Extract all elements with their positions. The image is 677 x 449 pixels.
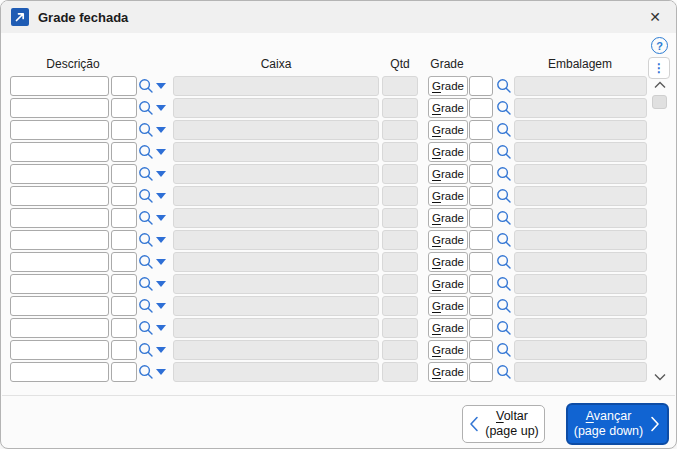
help-icon[interactable]: ? <box>651 37 668 54</box>
search-icon[interactable] <box>496 144 512 160</box>
grade-button[interactable]: Grade <box>428 318 468 338</box>
descricao-input[interactable] <box>10 186 109 206</box>
search-icon[interactable] <box>496 166 512 182</box>
search-icon[interactable] <box>138 78 154 94</box>
grade-code-input[interactable] <box>469 230 493 250</box>
chevron-down-icon[interactable] <box>156 171 166 177</box>
descricao-input[interactable] <box>10 296 109 316</box>
search-icon[interactable] <box>138 122 154 138</box>
chevron-down-icon[interactable] <box>156 237 166 243</box>
search-icon[interactable] <box>496 364 512 380</box>
search-icon[interactable] <box>138 298 154 314</box>
grade-code-input[interactable] <box>469 208 493 228</box>
descricao-input[interactable] <box>10 274 109 294</box>
search-icon[interactable] <box>496 232 512 248</box>
search-icon[interactable] <box>496 210 512 226</box>
search-icon[interactable] <box>138 364 154 380</box>
search-icon[interactable] <box>496 254 512 270</box>
descricao-code-input[interactable] <box>111 164 137 184</box>
descricao-input[interactable] <box>10 252 109 272</box>
descricao-input[interactable] <box>10 76 109 96</box>
voltar-button[interactable]: Voltar (page up) <box>462 405 545 443</box>
descricao-code-input[interactable] <box>111 98 137 118</box>
grade-button[interactable]: Grade <box>428 208 468 228</box>
descricao-input[interactable] <box>10 164 109 184</box>
descricao-code-input[interactable] <box>111 252 137 272</box>
grade-button[interactable]: Grade <box>428 362 468 382</box>
chevron-down-icon[interactable] <box>156 105 166 111</box>
descricao-code-input[interactable] <box>111 208 137 228</box>
search-icon[interactable] <box>138 254 154 270</box>
grade-code-input[interactable] <box>469 164 493 184</box>
descricao-code-input[interactable] <box>111 362 137 382</box>
search-icon[interactable] <box>496 342 512 358</box>
grade-code-input[interactable] <box>469 186 493 206</box>
descricao-input[interactable] <box>10 362 109 382</box>
descricao-code-input[interactable] <box>111 318 137 338</box>
grade-code-input[interactable] <box>469 76 493 96</box>
scroll-up-icon[interactable] <box>652 78 668 92</box>
search-icon[interactable] <box>138 210 154 226</box>
descricao-input[interactable] <box>10 120 109 140</box>
chevron-down-icon[interactable] <box>156 215 166 221</box>
grade-code-input[interactable] <box>469 252 493 272</box>
chevron-down-icon[interactable] <box>156 347 166 353</box>
chevron-down-icon[interactable] <box>156 325 166 331</box>
grade-button[interactable]: Grade <box>428 186 468 206</box>
grade-button[interactable]: Grade <box>428 120 468 140</box>
descricao-input[interactable] <box>10 142 109 162</box>
search-icon[interactable] <box>138 188 154 204</box>
grade-code-input[interactable] <box>469 142 493 162</box>
close-icon[interactable]: ✕ <box>642 4 668 30</box>
descricao-code-input[interactable] <box>111 186 137 206</box>
search-icon[interactable] <box>138 276 154 292</box>
search-icon[interactable] <box>496 298 512 314</box>
search-icon[interactable] <box>496 276 512 292</box>
descricao-input[interactable] <box>10 230 109 250</box>
grade-button[interactable]: Grade <box>428 76 468 96</box>
scroll-down-icon[interactable] <box>652 370 668 384</box>
chevron-down-icon[interactable] <box>156 281 166 287</box>
chevron-down-icon[interactable] <box>156 303 166 309</box>
search-icon[interactable] <box>496 320 512 336</box>
descricao-code-input[interactable] <box>111 76 137 96</box>
search-icon[interactable] <box>496 188 512 204</box>
descricao-code-input[interactable] <box>111 142 137 162</box>
grade-code-input[interactable] <box>469 120 493 140</box>
grade-code-input[interactable] <box>469 318 493 338</box>
scrollbar[interactable] <box>651 78 669 384</box>
search-icon[interactable] <box>496 122 512 138</box>
search-icon[interactable] <box>496 78 512 94</box>
search-icon[interactable] <box>496 100 512 116</box>
descricao-code-input[interactable] <box>111 274 137 294</box>
grade-button[interactable]: Grade <box>428 296 468 316</box>
descricao-code-input[interactable] <box>111 296 137 316</box>
chevron-down-icon[interactable] <box>156 127 166 133</box>
grade-code-input[interactable] <box>469 296 493 316</box>
grade-code-input[interactable] <box>469 98 493 118</box>
avancar-button[interactable]: Avançar (page down) <box>566 403 669 445</box>
grade-code-input[interactable] <box>469 274 493 294</box>
descricao-input[interactable] <box>10 208 109 228</box>
grade-button[interactable]: Grade <box>428 230 468 250</box>
chevron-down-icon[interactable] <box>156 193 166 199</box>
grade-button[interactable]: Grade <box>428 274 468 294</box>
grade-button[interactable]: Grade <box>428 252 468 272</box>
grade-code-input[interactable] <box>469 362 493 382</box>
descricao-input[interactable] <box>10 98 109 118</box>
chevron-down-icon[interactable] <box>156 83 166 89</box>
chevron-down-icon[interactable] <box>156 149 166 155</box>
chevron-down-icon[interactable] <box>156 259 166 265</box>
search-icon[interactable] <box>138 166 154 182</box>
grade-button[interactable]: Grade <box>428 98 468 118</box>
descricao-code-input[interactable] <box>111 230 137 250</box>
chevron-down-icon[interactable] <box>156 369 166 375</box>
descricao-code-input[interactable] <box>111 340 137 360</box>
grade-button[interactable]: Grade <box>428 164 468 184</box>
descricao-code-input[interactable] <box>111 120 137 140</box>
search-icon[interactable] <box>138 342 154 358</box>
descricao-input[interactable] <box>10 340 109 360</box>
search-icon[interactable] <box>138 100 154 116</box>
grade-button[interactable]: Grade <box>428 142 468 162</box>
search-icon[interactable] <box>138 320 154 336</box>
